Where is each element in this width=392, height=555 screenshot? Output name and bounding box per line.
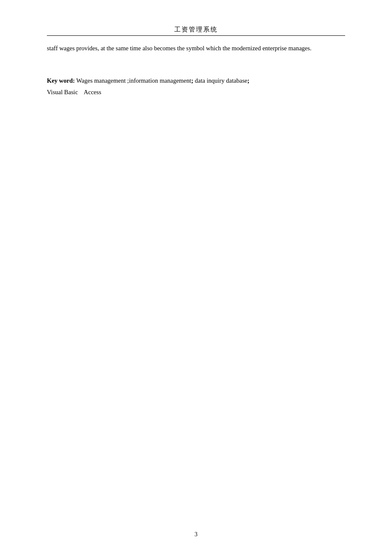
keyword-label: Key word: (47, 77, 75, 84)
paragraph-1: staff wages provides, at the same time a… (47, 43, 345, 55)
keyword-text-2: data inquiry database (193, 77, 248, 84)
document-title: 工资管理系统 (174, 26, 218, 34)
page-header: 工资管理系统 (47, 26, 345, 36)
body-paragraph: staff wages provides, at the same time a… (47, 43, 345, 55)
header-divider (47, 35, 345, 36)
keyword-text-3: Visual Basic Access (47, 89, 101, 95)
page-number: 3 (195, 531, 198, 538)
page: 工资管理系统 staff wages provides, at the same… (0, 0, 392, 555)
keyword-text-1: Wages management ;information management (75, 77, 191, 84)
keywords-section: Key word: Wages management ;information … (47, 75, 345, 98)
keyword-semicolon-2: ; (247, 77, 249, 84)
